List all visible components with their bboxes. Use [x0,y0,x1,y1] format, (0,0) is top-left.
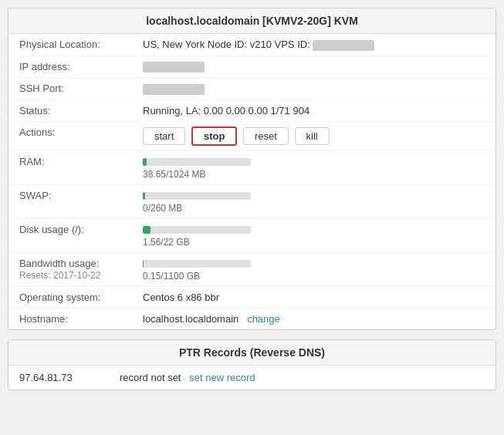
ssh-port-row: SSH Port: [8,78,496,100]
ip-address-value [132,56,496,78]
swap-progress-bg [143,192,251,200]
hostname-row: Hostname: localhost.localdomain change [8,308,496,329]
bandwidth-label: Bandwidth usage: Resets: 2017-10-22 [8,252,132,286]
vps-id-blurred [313,40,374,51]
disk-value: 1.56/22 GB [132,218,496,252]
disk-progress-fill [143,226,151,234]
ram-row: RAM: 38.65/1024 MB [8,150,496,184]
ram-label: RAM: [8,150,132,184]
ssh-port-blurred [143,84,205,95]
swap-progress-wrap [143,190,485,201]
bandwidth-progress-fill [143,260,144,268]
swap-value: 0/260 MB [132,184,496,218]
reset-button[interactable]: reset [243,127,289,145]
start-button[interactable]: start [143,127,185,145]
bandwidth-progress-text: 0.15/1100 GB [143,271,485,282]
hostname-label: Hostname: [8,308,132,329]
physical-location-row: Physical Location: US, New York Node ID:… [8,34,496,56]
status-row: Status: Running, LA: 0.00 0.00 0.00 1/71… [8,99,496,121]
os-label: Operating system: [8,286,132,308]
actions-label: Actions: [8,121,132,150]
server-info-table: Physical Location: US, New York Node ID:… [8,34,496,329]
bandwidth-value: 0.15/1100 GB [132,252,496,286]
ssh-port-value [132,78,496,100]
disk-label: Disk usage (/): [8,218,132,252]
ptr-row: 97.64.81.73 record not set set new recor… [8,366,496,389]
ram-value: 38.65/1024 MB [132,150,496,184]
bandwidth-progress-bg [143,260,251,268]
ip-address-label: IP address: [8,56,132,78]
swap-label: SWAP: [8,184,132,218]
hostname-value: localhost.localdomain change [132,308,496,329]
ram-progress-fill [143,158,147,166]
ram-progress-bg [143,158,251,166]
disk-progress-wrap [143,224,485,235]
ptr-ip: 97.64.81.73 [8,366,109,389]
ip-address-row: IP address: [8,56,496,78]
os-value: Centos 6 x86 bbr [132,286,496,308]
swap-progress-fill [143,192,145,200]
change-hostname-link[interactable]: change [247,313,280,325]
disk-progress-text: 1.56/22 GB [143,237,485,248]
server-title: localhost.localdomain [KVMV2-20G] KVM [8,8,496,34]
bandwidth-progress-wrap [143,258,485,269]
actions-buttons: start stop reset kill [132,121,496,150]
kill-button[interactable]: kill [295,127,330,145]
status-value: Running, LA: 0.00 0.00 0.00 1/71 904 [132,99,496,121]
stop-button[interactable]: stop [191,126,237,146]
ssh-port-label: SSH Port: [8,78,132,100]
ram-progress-wrap [143,156,485,167]
disk-progress-bg [143,226,251,234]
ram-progress-text: 38.65/1024 MB [143,169,485,180]
physical-location-value: US, New York Node ID: v210 VPS ID: [132,34,496,56]
ip-blurred [143,62,205,72]
ptr-table: 97.64.81.73 record not set set new recor… [8,366,496,389]
bandwidth-resets: Resets: 2017-10-22 [19,270,100,281]
ptr-title: PTR Records (Reverse DNS) [8,340,496,366]
ptr-records-card: PTR Records (Reverse DNS) 97.64.81.73 re… [8,339,496,390]
disk-row: Disk usage (/): 1.56/22 GB [8,218,496,252]
swap-progress-text: 0/260 MB [143,203,485,214]
actions-row: Actions: start stop reset kill [8,121,496,150]
status-label: Status: [8,99,132,121]
physical-location-label: Physical Location: [8,34,132,56]
bandwidth-row: Bandwidth usage: Resets: 2017-10-22 0.15… [8,252,496,286]
server-info-card: localhost.localdomain [KVMV2-20G] KVM Ph… [8,8,496,330]
ptr-record-value: record not set set new record [109,366,496,389]
set-new-record-link[interactable]: set new record [189,372,255,383]
swap-row: SWAP: 0/260 MB [8,184,496,218]
os-row: Operating system: Centos 6 x86 bbr [8,286,496,308]
